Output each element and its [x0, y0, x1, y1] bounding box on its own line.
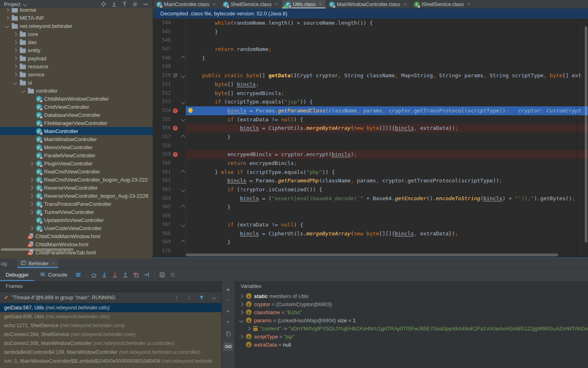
- tree-item[interactable]: payload: [0, 54, 153, 62]
- tree-item[interactable]: CRealCmdViewController_bogon_Aug-23-222: [0, 176, 153, 184]
- stack-frame-row[interactable]: getData:567, Utils (net.rebeyond.behinde…: [0, 303, 221, 312]
- arrow-up-icon[interactable]: ↑: [173, 294, 180, 301]
- filter-icon[interactable]: [198, 295, 205, 300]
- chevron-right-icon[interactable]: [12, 73, 18, 76]
- tree-item[interactable]: CUserCodeViewController: [0, 224, 153, 232]
- tree-item[interactable]: CDatabaseViewController: [0, 111, 153, 119]
- stack-frame-row[interactable]: echo:1271, ShellService (net.rebeyond.be…: [0, 321, 221, 330]
- drop-frame-icon[interactable]: [131, 270, 141, 280]
- chevron-right-icon[interactable]: [12, 49, 18, 52]
- locate-icon[interactable]: [100, 1, 107, 7]
- tree-item[interactable]: CMainWindowController: [0, 135, 153, 143]
- code-line-text[interactable]: }: [186, 27, 588, 36]
- code-line-text[interactable]: [186, 211, 588, 220]
- tree-item[interactable]: CMainController: [0, 127, 153, 135]
- chevron-right-icon[interactable]: [12, 41, 18, 44]
- fold-up-icon[interactable]: [180, 203, 186, 211]
- code-line-text[interactable]: [186, 62, 588, 71]
- force-step-into-icon[interactable]: [110, 270, 120, 280]
- fold-down-icon[interactable]: [180, 71, 186, 80]
- tree-item[interactable]: entity: [0, 46, 153, 54]
- code-line-text[interactable]: byte[] encrypedBincls;: [186, 89, 588, 98]
- hide-panel-icon[interactable]: [142, 1, 149, 7]
- chevron-right-icon[interactable]: [12, 33, 18, 36]
- splitter-highlight[interactable]: [153, 258, 588, 258]
- show-watches-icon[interactable]: [223, 343, 233, 351]
- tree-item[interactable]: service: [0, 70, 153, 78]
- code-line-text[interactable]: public static byte[] getData(ICrypt cryp…: [186, 71, 588, 80]
- stack-frame-row[interactable]: run:-1, MainWindowController$$Lambda$104…: [0, 357, 221, 366]
- remove-watch-icon[interactable]: −: [223, 296, 233, 304]
- code-line-text[interactable]: if (!cryptor.isCustomized()) {: [186, 185, 588, 194]
- chevron-right-icon[interactable]: [4, 8, 10, 11]
- chevron-right-icon[interactable]: [28, 195, 34, 197]
- code-line-text[interactable]: }: [186, 54, 588, 63]
- stack-frame-row[interactable]: doConnect:308, MainWindowController (net…: [0, 339, 221, 348]
- chevron-down-icon[interactable]: [20, 89, 26, 92]
- tree-item[interactable]: dao: [0, 38, 153, 46]
- add-watch-icon[interactable]: +: [223, 285, 233, 293]
- editor-tab[interactable]: CUtils.class×: [282, 0, 326, 8]
- fold-up-icon[interactable]: [180, 54, 186, 63]
- close-icon[interactable]: ×: [213, 1, 216, 7]
- chevron-down-icon[interactable]: [4, 25, 10, 27]
- variable-row[interactable]: pparams = {LinkedHashMap@6904} size = 1: [235, 316, 588, 324]
- tree-item[interactable]: CUpdateInfoViewController: [0, 216, 153, 224]
- editor-tab[interactable]: CMainController.class×: [153, 0, 220, 8]
- code-line-text[interactable]: } else if (scriptType.equals("php")) {: [186, 168, 588, 177]
- intention-bulb-icon[interactable]: [188, 108, 193, 112]
- tree-item[interactable]: CParallelViewController: [0, 151, 153, 159]
- close-icon[interactable]: ×: [275, 1, 278, 7]
- chevron-right-icon[interactable]: [246, 327, 251, 330]
- tree-item[interactable]: CTunnelViewController: [0, 208, 153, 216]
- chevron-right-icon[interactable]: [12, 65, 18, 68]
- fold-up-icon[interactable]: [180, 133, 186, 142]
- tab-debugger[interactable]: Debugger: [0, 269, 34, 281]
- variable-row[interactable]: pclassName = "Echo": [235, 308, 588, 316]
- tree-item[interactable]: net.rebeyond.behinder: [0, 22, 153, 30]
- editor-tab[interactable]: CShellService.class×: [220, 0, 282, 8]
- fold-down-icon[interactable]: [180, 220, 186, 229]
- fold-down-icon[interactable]: [180, 185, 186, 194]
- chevron-right-icon[interactable]: [239, 335, 244, 338]
- chevron-right-icon[interactable]: [12, 57, 18, 60]
- tree-item[interactable]: <>ChildChildMainWindow.fxml: [0, 232, 153, 240]
- tree-item[interactable]: CPluginViewController: [0, 159, 153, 167]
- chevron-right-icon[interactable]: [28, 211, 34, 214]
- step-out-icon[interactable]: [120, 270, 131, 280]
- variable-row[interactable]: pextraData = null: [235, 341, 588, 349]
- chevron-down-icon[interactable]: [12, 81, 18, 84]
- chevron-down-icon[interactable]: [211, 296, 217, 299]
- editor-tab[interactable]: CMainWindowController.class×: [326, 0, 411, 8]
- close-icon[interactable]: ×: [403, 1, 407, 7]
- thread-selector[interactable]: ✔ "Thread-4"@6,898 in group "main": RUNN…: [0, 292, 221, 303]
- chevron-down-icon[interactable]: [239, 319, 244, 322]
- tree-item[interactable]: controller: [0, 87, 153, 95]
- stack-frame-row[interactable]: lambda$initControls$4:139, MainWindowCon…: [0, 348, 221, 357]
- tree-item[interactable]: CChildMainWindowController: [0, 95, 153, 103]
- code-line-text[interactable]: return randomName;: [186, 45, 588, 54]
- code-line-text[interactable]: return encrypedBincls;: [186, 159, 588, 168]
- chevron-right-icon[interactable]: [28, 203, 34, 205]
- code-line-text[interactable]: encrypedBincls = cryptor.encrypt(bincls)…: [186, 150, 588, 159]
- tree-item[interactable]: CTransProtocolPaneController: [0, 200, 153, 208]
- tree-item[interactable]: <>ChildMainWindow.fxml: [0, 240, 153, 248]
- code-line-text[interactable]: if (scriptType.equals("jsp")) {: [186, 97, 588, 106]
- fold-down-icon[interactable]: [180, 115, 186, 124]
- code-line-text[interactable]: }: [186, 238, 588, 247]
- chevron-right-icon[interactable]: [239, 303, 244, 306]
- code-line-text[interactable]: bincls = CipherUtils.mergeByteArray(new …: [186, 229, 588, 238]
- editor-hscrollbar[interactable]: [186, 254, 558, 256]
- expand-all-icon[interactable]: [121, 1, 128, 7]
- breakpoint-icon[interactable]: ✓: [171, 150, 180, 159]
- code-line-text[interactable]: bincls = Params.getParamedClass(classNam…: [186, 106, 588, 115]
- step-over-icon[interactable]: [89, 270, 99, 280]
- tree-item[interactable]: CRealCmdViewController: [0, 167, 153, 176]
- execution-point-icon[interactable]: [73, 270, 84, 280]
- tree-item[interactable]: core: [0, 30, 153, 38]
- collapse-all-icon[interactable]: [111, 1, 117, 7]
- code-line-text[interactable]: if (extraData != null) {: [186, 115, 588, 124]
- tree-item[interactable]: CReverseViewController_bogon_Aug-23-2226: [0, 192, 153, 200]
- stack-frame-row[interactable]: getData:639, Utils (net.rebeyond.behinde…: [0, 312, 221, 321]
- variable-row[interactable]: pcryptor = {CustomCryptor@6903}: [235, 300, 588, 308]
